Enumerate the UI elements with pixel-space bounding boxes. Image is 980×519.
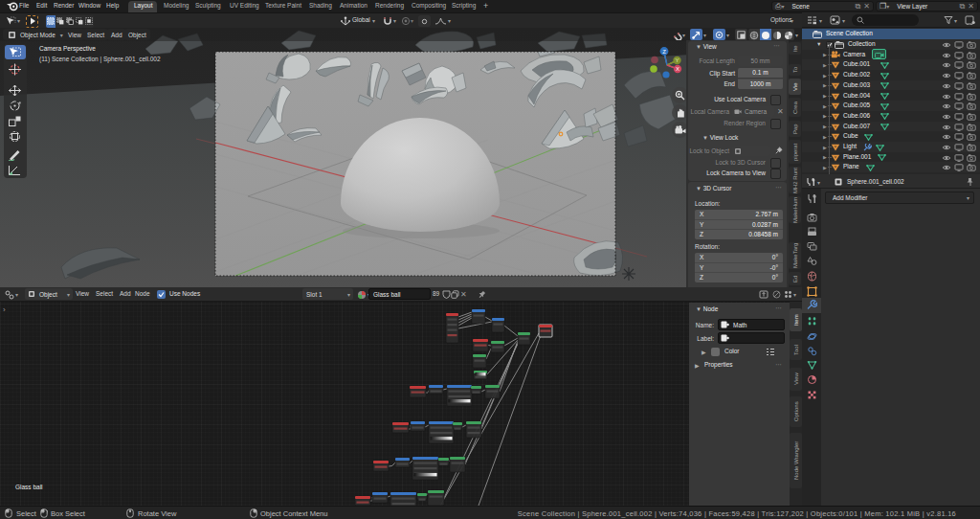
svg-text:Y: Y [675,57,679,63]
svg-text:X: X [676,66,679,72]
svg-text:Z: Z [662,49,666,55]
